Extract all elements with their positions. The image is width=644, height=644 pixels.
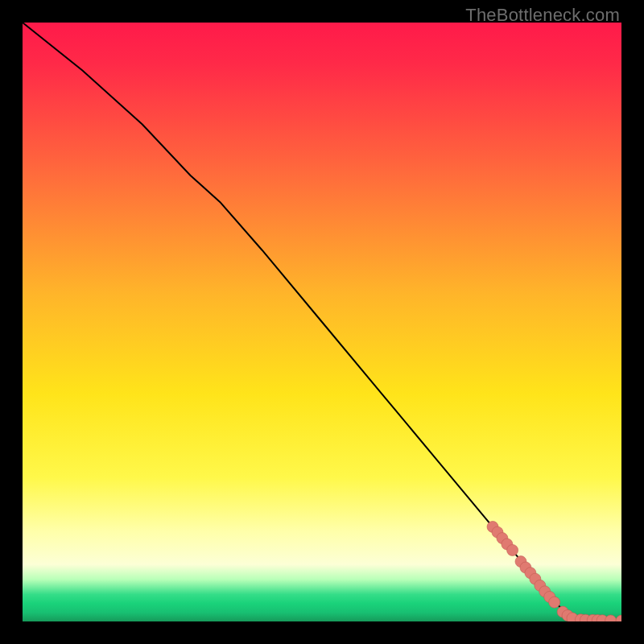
data-marker: [507, 544, 518, 555]
plot-area: [23, 23, 621, 621]
watermark-text: TheBottleneck.com: [465, 5, 620, 26]
plot-svg: [23, 23, 621, 621]
data-marker: [549, 597, 560, 608]
chart-frame: TheBottleneck.com: [0, 0, 644, 644]
